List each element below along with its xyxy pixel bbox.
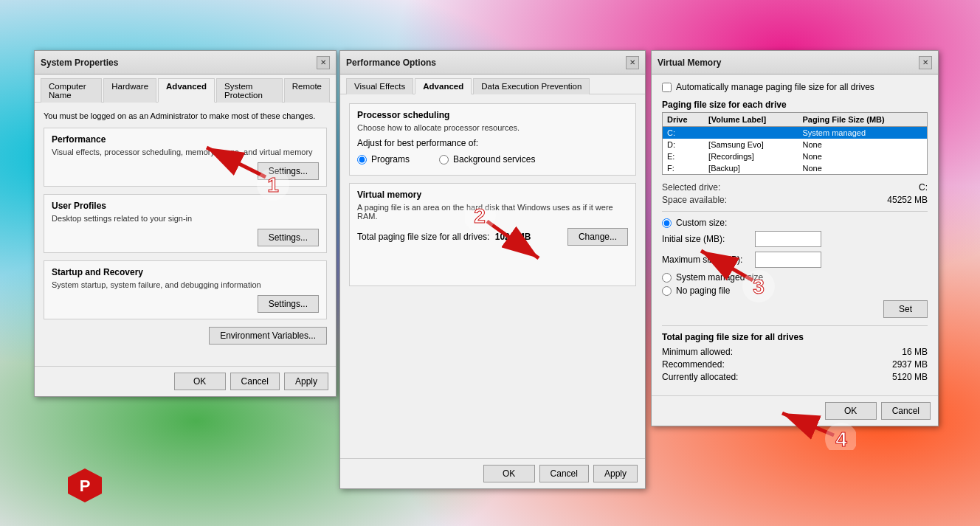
perf-title: Performance Options	[346, 58, 436, 68]
drive-letter: E:	[663, 150, 705, 162]
drive-label	[704, 127, 798, 139]
space-available-value: 45252 MB	[887, 195, 928, 205]
processor-scheduling-section: Processor scheduling Choose how to alloc…	[349, 103, 636, 176]
drive-size: None	[798, 150, 927, 162]
system-managed-radio[interactable]	[662, 273, 672, 283]
admin-notice: You must be logged on as an Administrato…	[44, 111, 327, 120]
perf-close[interactable]: ✕	[626, 56, 639, 69]
perf-cancel-button[interactable]: Cancel	[539, 465, 589, 482]
perf-tabs: Visual Effects Advanced Data Execution P…	[340, 75, 645, 94]
svg-text:P: P	[80, 477, 91, 495]
system-properties-close[interactable]: ✕	[317, 56, 330, 69]
currently-allocated-value: 5120 MB	[892, 372, 928, 382]
custom-size-label[interactable]: Custom size:	[676, 218, 727, 228]
set-button[interactable]: Set	[883, 300, 928, 318]
background-services-label[interactable]: Background services	[453, 154, 535, 165]
performance-options-dialog: Performance Options ✕ Visual Effects Adv…	[339, 50, 646, 489]
tab-perf-advanced[interactable]: Advanced	[415, 78, 472, 94]
change-vm-button[interactable]: Change...	[567, 228, 628, 246]
no-paging-radio-group: No paging file	[662, 286, 928, 296]
vm-cancel-button[interactable]: Cancel	[881, 402, 931, 420]
perf-ok-button[interactable]: OK	[483, 465, 535, 482]
drive-table-row[interactable]: F: [Backup] None	[663, 162, 928, 175]
virtual-memory-section: Virtual memory A paging file is an area …	[349, 183, 636, 286]
system-properties-title: System Properties	[41, 58, 118, 68]
selected-drive-value: C:	[919, 182, 928, 193]
selected-drive-label: Selected drive:	[662, 182, 720, 193]
vm-content: Automatically manage paging file size fo…	[652, 75, 938, 395]
performance-section: Performance Visual effects, processor sc…	[44, 128, 327, 187]
initial-size-label: Initial size (MB):	[662, 234, 750, 244]
currently-allocated-label: Currently allocated:	[662, 372, 738, 382]
auto-manage-checkbox[interactable]	[662, 83, 672, 92]
user-profiles-section: User Profiles Desktop settings related t…	[44, 194, 327, 253]
tab-remote[interactable]: Remote	[284, 78, 330, 103]
bg-services-radio-group: Background services	[439, 154, 535, 165]
total-section-label: Total paging file size for all drives	[662, 332, 928, 342]
drive-label: [Recordings]	[704, 150, 798, 162]
drive-table: Drive [Volume Label] Paging File Size (M…	[662, 112, 928, 175]
initial-size-input[interactable]	[755, 231, 821, 247]
vm-title: Virtual Memory	[658, 58, 721, 68]
performance-title: Performance	[52, 134, 319, 145]
performance-desc: Visual effects, processor scheduling, me…	[52, 148, 319, 156]
user-profiles-title: User Profiles	[52, 201, 319, 211]
performance-settings-button[interactable]: Settings...	[258, 162, 319, 180]
drive-col-header: Drive	[663, 113, 705, 127]
env-vars-button[interactable]: Environment Variables...	[209, 327, 327, 345]
drive-table-row[interactable]: D: [Samsung Evo] None	[663, 139, 928, 150]
tab-system-protection[interactable]: System Protection	[216, 78, 283, 103]
tab-advanced[interactable]: Advanced	[158, 78, 215, 103]
recommended-label: Recommended:	[662, 359, 725, 370]
selected-drive-row: Selected drive: C:	[662, 182, 928, 193]
system-properties-dialog: System Properties ✕ Computer Name Hardwa…	[34, 50, 337, 397]
system-ok-button[interactable]: OK	[174, 373, 226, 390]
programs-radio[interactable]	[357, 155, 367, 165]
programs-label[interactable]: Programs	[371, 154, 410, 165]
drive-size: System managed	[798, 127, 927, 139]
custom-size-radio[interactable]	[662, 218, 672, 228]
system-managed-radio-group: System managed size	[662, 272, 928, 283]
tab-visual-effects[interactable]: Visual Effects	[346, 78, 413, 94]
paging-size-col-header: Paging File Size (MB)	[798, 113, 927, 127]
system-managed-label[interactable]: System managed size	[676, 272, 763, 283]
tab-dep[interactable]: Data Execution Prevention	[473, 78, 590, 94]
maximum-size-input[interactable]	[755, 252, 821, 268]
drive-letter: C:	[663, 127, 705, 139]
auto-manage-label[interactable]: Automatically manage paging file size fo…	[676, 82, 874, 92]
perf-apply-button[interactable]: Apply	[593, 465, 638, 482]
vm-close[interactable]: ✕	[919, 56, 932, 69]
perf-btn-row: OK Cancel Apply	[340, 458, 645, 488]
tab-hardware[interactable]: Hardware	[103, 78, 156, 103]
background-services-radio[interactable]	[439, 155, 449, 165]
virtual-memory-dialog: Virtual Memory ✕ Automatically manage pa…	[651, 50, 939, 426]
total-paging-value: 1024 MB	[495, 232, 531, 242]
startup-desc: System startup, system failure, and debu…	[52, 280, 319, 289]
min-allowed-label: Minimum allowed:	[662, 347, 733, 357]
vm-btn-row: OK Cancel	[652, 395, 938, 426]
recommended-value: 2937 MB	[892, 359, 928, 370]
drive-label: [Backup]	[704, 162, 798, 175]
user-profiles-settings-button[interactable]: Settings...	[258, 229, 319, 246]
total-paging-label: Total paging file size for all drives: 1…	[357, 232, 531, 242]
system-properties-titlebar: System Properties ✕	[35, 51, 336, 75]
drive-size: None	[798, 162, 927, 175]
system-properties-btn-row: OK Cancel Apply	[35, 366, 336, 396]
min-allowed-value: 16 MB	[902, 347, 928, 357]
min-allowed-row: Minimum allowed: 16 MB	[662, 347, 928, 357]
tab-computer-name[interactable]: Computer Name	[41, 78, 102, 103]
logo-badge: P	[66, 467, 103, 504]
system-cancel-button[interactable]: Cancel	[230, 373, 280, 390]
vm-ok-button[interactable]: OK	[825, 402, 877, 420]
no-paging-label[interactable]: No paging file	[676, 286, 730, 296]
system-properties-tabs: Computer Name Hardware Advanced System P…	[35, 75, 336, 103]
drive-table-row[interactable]: E: [Recordings] None	[663, 150, 928, 162]
system-apply-button[interactable]: Apply	[284, 373, 328, 390]
currently-allocated-row: Currently allocated: 5120 MB	[662, 372, 928, 382]
processor-scheduling-title: Processor scheduling	[357, 110, 628, 120]
maximum-size-row: Maximum size (MB):	[662, 252, 928, 268]
drive-table-row[interactable]: C: System managed	[663, 127, 928, 139]
startup-settings-button[interactable]: Settings...	[258, 295, 319, 313]
no-paging-radio[interactable]	[662, 286, 672, 296]
recommended-row: Recommended: 2937 MB	[662, 359, 928, 370]
